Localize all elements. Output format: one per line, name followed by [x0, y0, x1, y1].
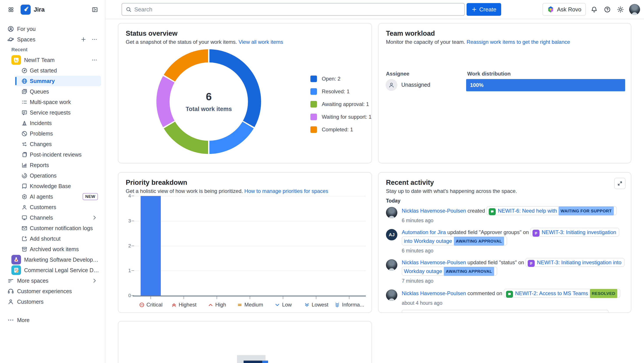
- sidebar-item-changes[interactable]: Changes: [15, 139, 101, 149]
- user-avatar[interactable]: [629, 4, 640, 15]
- monitor-icon-wrap: [21, 214, 28, 221]
- activity-timestamp: 6 minutes ago: [402, 218, 624, 223]
- sidebar-item-knowledge-base[interactable]: Knowledge Base: [15, 181, 101, 191]
- monitor-icon: [21, 215, 28, 221]
- activity-item-1: Nicklas Havemose-Poulsen created NEWIT-6…: [386, 206, 624, 223]
- actor-link[interactable]: Nicklas Havemose-Poulsen: [402, 259, 466, 265]
- sidebar-item-problems[interactable]: Problems: [15, 128, 101, 139]
- x-category-label: Low: [282, 302, 292, 308]
- sidebar-item-customer-experiences[interactable]: Customer experiences: [4, 286, 101, 297]
- recent-section-label: Recent: [0, 45, 105, 55]
- sidebar-item-label: Customers: [30, 204, 56, 210]
- sidebar-item-ai-agents[interactable]: AI agentsNEW: [15, 191, 101, 202]
- view-all-work-items-link[interactable]: View all work items: [238, 39, 283, 45]
- x-category-low: Low: [274, 301, 292, 309]
- lines-icon: [7, 277, 14, 284]
- sidebar-item-summary[interactable]: Summary: [15, 76, 101, 86]
- sidebar-item-add-shortcut[interactable]: Add shortcut: [15, 233, 101, 244]
- priority-low-icon-wrap: [274, 302, 280, 308]
- workload-bar[interactable]: 100%: [466, 79, 625, 91]
- queues-icon-wrap: [21, 88, 28, 95]
- x-axis-tick: [250, 297, 250, 299]
- cone-icon-wrap: [21, 120, 28, 126]
- work-type-task-icon: [528, 261, 534, 266]
- activity-text: Nicklas Havemose-Poulsen updated field "…: [402, 259, 624, 276]
- ellipsis-icon: [91, 57, 98, 63]
- search-input[interactable]: [122, 3, 465, 16]
- ask-rovo-button[interactable]: Ask Rovo: [542, 3, 586, 16]
- notifications-bell-icon[interactable]: [589, 4, 599, 14]
- sidebar-item-incidents[interactable]: Incidents: [15, 118, 101, 128]
- y-axis-label-0: 0: [120, 293, 131, 298]
- sidebar-item-more[interactable]: More: [4, 315, 101, 325]
- search-field[interactable]: [134, 6, 461, 13]
- sidebar-item-service-requests[interactable]: Service requests: [15, 107, 101, 118]
- sidebar-item-customers-footer[interactable]: Customers: [4, 297, 101, 307]
- swap-icon: [21, 141, 28, 147]
- slash-circle-icon-wrap: [21, 130, 28, 137]
- work-item-chip[interactable]: NEWIT-2: Access to MS TeamsRESOLVED: [504, 289, 620, 298]
- sidebar-item-spaces[interactable]: Spaces: [4, 34, 101, 45]
- sidebar-item-label: Marketing Software Development: [24, 257, 101, 263]
- main-content: Status overview Get a snapshot of the st…: [105, 19, 644, 363]
- sidebar-item-more-spaces[interactable]: More spaces: [4, 275, 101, 286]
- reassign-work-items-link[interactable]: Reassign work items to get the right bal…: [466, 39, 570, 45]
- row-trailing-actions[interactable]: [91, 57, 101, 63]
- actor-link[interactable]: Nicklas Havemose-Poulsen: [402, 208, 466, 214]
- sidebar-item-label: Archived work items: [30, 246, 79, 252]
- work-item-link[interactable]: NEWIT-6: Need help with: [498, 208, 557, 214]
- actor-link[interactable]: Automation for Jira: [402, 229, 446, 235]
- recent-activity-title: Recent activity: [386, 179, 624, 187]
- sidebar-item-operations[interactable]: Operations: [15, 170, 101, 181]
- sidebar-item-get-started[interactable]: Get started: [15, 65, 101, 76]
- sidebar-item-queues[interactable]: Queues: [15, 86, 101, 97]
- legend-item-open: Open: 2: [310, 75, 372, 82]
- donut-total-label: Total work items: [186, 106, 232, 112]
- settings-gear-icon[interactable]: [616, 4, 625, 14]
- row-trailing-actions[interactable]: [91, 278, 101, 284]
- sidebar-item-label: Problems: [30, 130, 53, 137]
- activity-text: Automation for Jira updated field "Appro…: [402, 229, 624, 246]
- priority-information-icon-wrap: [334, 302, 340, 308]
- create-button[interactable]: Create: [466, 3, 501, 16]
- work-item-chip[interactable]: NEWIT-6: Need help withWAITING FOR SUPPO…: [486, 206, 617, 215]
- sidebar-item-customers[interactable]: Customers: [15, 202, 101, 212]
- gridline-y1: [134, 271, 366, 271]
- list-icon-wrap: [21, 99, 28, 105]
- x-category-critical: Critical: [139, 301, 162, 309]
- sidebar-item-newit-team[interactable]: NewIT Team: [4, 55, 101, 65]
- empty-state-illustration-accent: [262, 361, 268, 363]
- activity-item-3: Nicklas Havemose-Poulsen updated field "…: [386, 259, 624, 284]
- comment-preview[interactable]: Resolved: [402, 310, 608, 313]
- sidebar-item-marketing-software-development[interactable]: Marketing Software Development: [4, 254, 101, 265]
- sidebar-item-label: NewIT Team: [24, 57, 54, 63]
- status-overview-title: Status overview: [126, 29, 364, 37]
- x-axis-tick: [217, 297, 217, 299]
- app-switcher-icon[interactable]: [6, 5, 15, 14]
- help-icon[interactable]: [602, 4, 612, 14]
- sidebar-item-multi-space-work[interactable]: Multi-space work: [15, 97, 101, 107]
- legend-swatch: [310, 88, 317, 95]
- sidebar-item-channels[interactable]: Channels: [15, 212, 101, 223]
- activity-text: Nicklas Havemose-Poulsen commented on NE…: [402, 289, 624, 298]
- row-trailing-actions[interactable]: [91, 215, 101, 221]
- y-axis-tick-1: [132, 270, 134, 271]
- sidebar-item-label: More: [17, 317, 30, 323]
- row-trailing-actions[interactable]: [80, 36, 101, 42]
- sidebar-item-customer-notification-logs[interactable]: Customer notification logs: [15, 223, 101, 233]
- sidebar-item-label: Post-incident reviews: [30, 151, 82, 158]
- activity-text: Nicklas Havemose-Poulsen created NEWIT-6…: [402, 206, 624, 215]
- spaces-icon: [7, 36, 14, 43]
- expand-icon[interactable]: [614, 178, 626, 189]
- sidebar-item-archived-work-items[interactable]: Archived work items: [15, 244, 101, 254]
- actor-link[interactable]: Nicklas Havemose-Poulsen: [402, 290, 466, 296]
- work-item-link[interactable]: NEWIT-2: Access to MS Teams: [515, 290, 588, 296]
- sidebar-item-label: Queues: [30, 88, 49, 95]
- sidebar-item-reports[interactable]: Reports: [15, 160, 101, 170]
- sidebar-item-post-incident-reviews[interactable]: Post-incident reviews: [15, 149, 101, 160]
- collapse-sidebar-icon[interactable]: [90, 5, 99, 14]
- sidebar-item-label: Channels: [30, 215, 53, 221]
- sidebar-item-for-you[interactable]: For you: [4, 24, 101, 34]
- sidebar-item-commercial-legal-service-desk[interactable]: Commercial Legal Service Desk: [4, 265, 101, 275]
- ellipsis-icon-wrap: [7, 316, 14, 324]
